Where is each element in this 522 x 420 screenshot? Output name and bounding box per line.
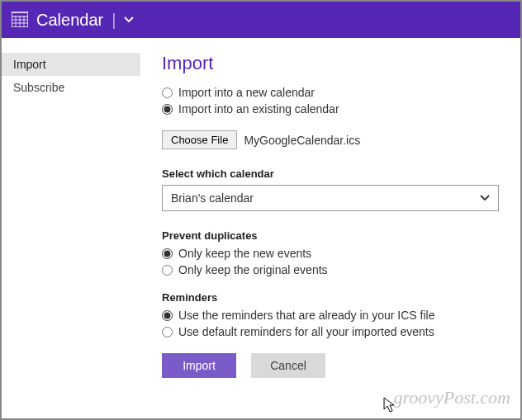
select-value: Brian's calendar (171, 191, 254, 205)
radio-label: Use default reminders for all your impor… (178, 325, 434, 338)
header-divider: | (112, 11, 116, 30)
file-chooser-row: Choose File MyGoogleCalendar.ics (162, 130, 499, 149)
radio-label: Use the reminders that are already in yo… (178, 309, 434, 322)
chevron-down-icon[interactable] (124, 14, 134, 26)
calendar-select-group: Select which calendar Brian's calendar (162, 168, 499, 211)
calendar-select[interactable]: Brian's calendar (162, 185, 499, 211)
button-row: Import Cancel (162, 353, 499, 378)
sidebar-item-label: Subscribe (13, 81, 64, 94)
watermark: groovyPost.com (393, 387, 510, 408)
import-destination-group: Import into a new calendar Import into a… (162, 86, 499, 116)
radio-input[interactable] (162, 265, 173, 276)
radio-label: Only keep the new events (178, 247, 311, 260)
calendar-icon (12, 11, 28, 30)
sidebar-item-subscribe[interactable]: Subscribe (2, 76, 140, 99)
choose-file-button[interactable]: Choose File (162, 130, 237, 149)
main-panel: Import Import into a new calendar Import… (140, 38, 520, 418)
radio-keep-new[interactable]: Only keep the new events (162, 247, 499, 260)
radio-input[interactable] (162, 310, 173, 321)
reminders-group: Reminders Use the reminders that are alr… (162, 291, 499, 338)
sidebar-item-label: Import (13, 58, 46, 71)
duplicates-label: Prevent duplicates (162, 229, 499, 242)
radio-import-existing[interactable]: Import into an existing calendar (162, 102, 499, 116)
sidebar: Import Subscribe (2, 38, 140, 418)
chevron-down-icon (480, 192, 490, 204)
radio-input[interactable] (162, 327, 173, 337)
radio-input[interactable] (162, 104, 173, 115)
duplicates-group: Prevent duplicates Only keep the new eve… (162, 229, 499, 276)
radio-label: Only keep the original events (178, 263, 328, 276)
page-title: Import (162, 53, 499, 74)
chosen-filename: MyGoogleCalendar.ics (244, 134, 360, 147)
radio-input[interactable] (162, 248, 173, 259)
sidebar-item-import[interactable]: Import (2, 53, 140, 76)
radio-reminders-default[interactable]: Use default reminders for all your impor… (162, 325, 499, 338)
import-button[interactable]: Import (162, 353, 236, 378)
reminders-label: Reminders (162, 291, 499, 304)
app-header: Calendar | (2, 2, 520, 38)
radio-label: Import into an existing calendar (178, 102, 339, 116)
select-calendar-label: Select which calendar (162, 168, 499, 180)
radio-reminders-ics[interactable]: Use the reminders that are already in yo… (162, 309, 499, 322)
cursor-icon (383, 397, 396, 413)
radio-import-new[interactable]: Import into a new calendar (162, 86, 499, 99)
cancel-button[interactable]: Cancel (251, 353, 325, 378)
radio-keep-original[interactable]: Only keep the original events (162, 263, 499, 276)
radio-input[interactable] (162, 87, 173, 98)
radio-label: Import into a new calendar (178, 86, 315, 99)
app-title: Calendar (36, 11, 103, 30)
